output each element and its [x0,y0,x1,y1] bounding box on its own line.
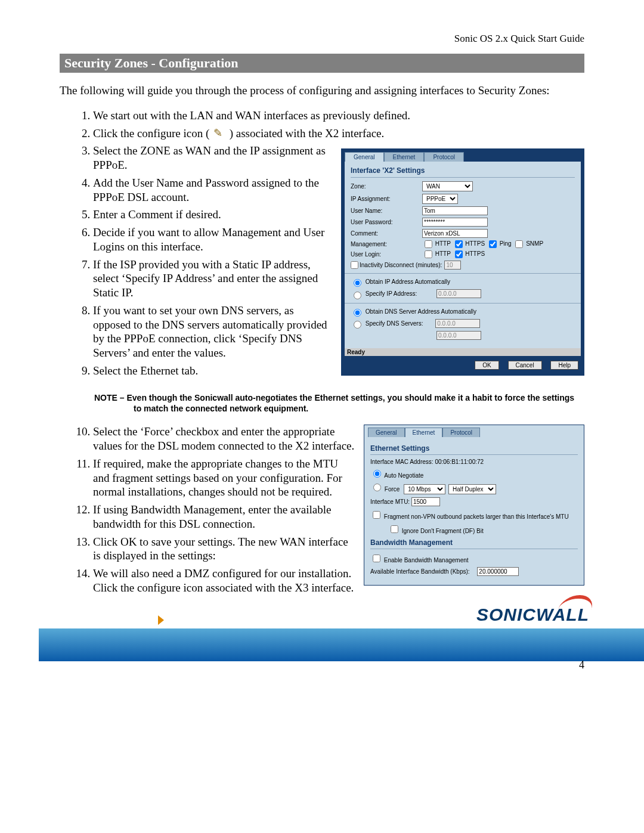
zone-select[interactable]: WAN [422,181,473,191]
tab-protocol[interactable]: Protocol [424,152,464,162]
footer-blue-bar [39,628,644,661]
tab-ethernet-2[interactable]: Ethernet [405,428,443,437]
note-prefix: NOTE – [94,393,126,402]
label-zone: Zone: [351,183,422,190]
specify-ip-input[interactable] [436,289,481,298]
sonicwall-logo: SONICWALL [474,605,592,625]
label-fragment: Fragment non-VPN outbound packets larger… [384,513,569,520]
user-password-input[interactable] [422,218,488,227]
obtain-ip-radio[interactable] [354,279,361,287]
tab-ethernet[interactable]: Ethernet [384,152,425,162]
auto-negotiate-radio[interactable] [373,470,381,478]
label-mtu: Interface MTU: [370,498,410,505]
label-comment: Comment: [351,230,422,237]
user-name-input[interactable] [422,206,488,215]
status-bar: Ready [345,348,581,356]
label-avail-bw: Available Interface Bandwidth (Kbps): [370,568,470,575]
label-specify-dns: Specify DNS Servers: [366,320,423,327]
arrow-icon [158,615,164,625]
inactivity-checkbox[interactable] [351,261,358,269]
comment-input[interactable] [422,229,488,238]
login-https-checkbox[interactable] [455,250,463,258]
document-header: Sonic OS 2.x Quick Start Guide [60,33,584,45]
label-enable-bw: Enable Bandwidth Management [384,557,469,563]
obtain-dns-radio[interactable] [354,309,361,317]
configure-icon [213,129,225,140]
label-user-password: User Password: [351,219,422,225]
mgmt-snmp-checkbox[interactable] [515,240,523,248]
bandwidth-input[interactable] [477,567,519,576]
login-http-checkbox[interactable] [425,250,432,258]
label-management: Management: [351,241,422,247]
enable-bw-checkbox[interactable] [373,555,380,562]
fragment-checkbox[interactable] [373,511,380,519]
mgmt-http-checkbox[interactable] [425,240,432,248]
label-ignore-df: Ignore Don't Fragment (DF) Bit [402,528,484,534]
panel-title-bandwidth: Bandwidth Management [370,538,578,549]
duplex-select[interactable]: Half Duplex [448,484,496,494]
tab-general[interactable]: General [345,152,384,162]
panel-title-ethernet: Ethernet Settings [370,444,578,455]
label-specify-ip: Specify IP Address: [366,290,417,297]
tab-general-2[interactable]: General [368,428,405,437]
speed-select[interactable]: 10 Mbps [404,484,445,494]
note-block: NOTE – Even though the Sonicwall auto-ne… [80,392,584,414]
help-button[interactable]: Help [550,361,578,370]
ignore-df-checkbox[interactable] [391,525,398,533]
label-obtain-dns: Obtain DNS Server Address Automatically [366,308,476,314]
mtu-input[interactable] [411,497,440,506]
steps-list: We start out with the LAN and WAN interf… [76,109,584,141]
figure-ethernet-settings: General Ethernet Protocol Ethernet Setti… [364,425,584,586]
cancel-button[interactable]: Cancel [508,361,542,370]
mac-address-line: Interface MAC Address: 00:06:B1:11:00:72 [370,459,578,465]
dns2-input[interactable] [436,331,481,340]
mgmt-ping-checkbox[interactable] [489,240,497,248]
step-2: Click the configure icon ( [icon] ) asso… [93,126,584,141]
page-number: 4 [579,659,584,671]
panel-title-interface-x2: Interface 'X2' Settings [351,165,575,178]
tab-protocol-2[interactable]: Protocol [442,428,480,437]
label-obtain-ip: Obtain IP Address Automatically [366,278,450,285]
label-user-name: User Name: [351,208,422,214]
user-login-options: HTTP HTTPS [422,250,485,258]
ip-assignment-select[interactable]: PPPoE [422,194,458,204]
inactivity-minutes-input[interactable] [444,261,461,270]
dns1-input[interactable] [435,319,480,328]
ok-button[interactable]: OK [475,361,499,370]
page-footer: SONICWALL 4 [0,605,644,676]
specify-ip-radio[interactable] [354,292,361,299]
figure-interface-x2-settings: General Ethernet Protocol Interface 'X2'… [341,148,584,376]
intro-paragraph: The following will guide you through the… [60,83,584,98]
dialog-tabs: General Ethernet Protocol [341,148,584,162]
note-text: Even though the Sonicwall auto-negotiate… [126,393,574,413]
ethernet-tabs: General Ethernet Protocol [364,425,584,437]
label-inactivity: Inactivity Disconnect (minutes): [360,262,442,268]
label-force: Force [385,486,400,493]
label-auto-negotiate: Auto Negotiate [384,472,423,479]
label-ip-assignment: IP Assignment: [351,196,422,202]
section-title: Security Zones - Configuration [60,54,584,73]
management-options: HTTP HTTPS Ping SNMP [422,240,543,248]
mgmt-https-checkbox[interactable] [455,240,463,248]
step-1: We start out with the LAN and WAN interf… [93,109,584,123]
label-user-login: User Login: [351,251,422,258]
force-radio[interactable] [373,484,381,491]
specify-dns-radio[interactable] [354,321,361,329]
